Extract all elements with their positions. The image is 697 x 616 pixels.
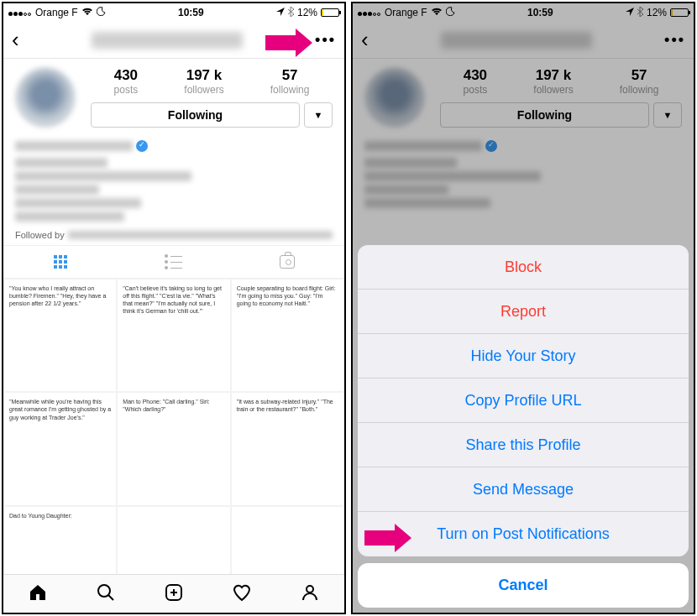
status-bar: Orange F 10:59 12% bbox=[353, 3, 694, 22]
battery-pct: 12% bbox=[647, 7, 667, 18]
post-cell[interactable]: "Can't believe it's taking so long to ge… bbox=[117, 279, 230, 392]
status-bar: Orange F 10:59 12% bbox=[3, 3, 344, 22]
following-button[interactable]: Following bbox=[440, 102, 649, 128]
home-icon bbox=[28, 582, 48, 603]
action-hide-story[interactable]: Hide Your Story bbox=[358, 334, 689, 378]
carrier-label: Orange F bbox=[35, 7, 78, 18]
battery-pct: 12% bbox=[297, 7, 317, 18]
action-block[interactable]: Block bbox=[358, 245, 689, 290]
profile-header: 430posts 197 kfollowers 57following Foll… bbox=[353, 59, 694, 131]
search-icon bbox=[96, 582, 116, 603]
action-copy-url[interactable]: Copy Profile URL bbox=[358, 378, 689, 423]
back-button[interactable]: ‹ bbox=[12, 27, 19, 53]
clock: 10:59 bbox=[527, 7, 553, 18]
location-icon bbox=[276, 7, 285, 18]
profile-tab[interactable] bbox=[300, 582, 320, 606]
dnd-icon bbox=[97, 7, 106, 18]
tagged-icon bbox=[280, 255, 295, 269]
list-icon bbox=[165, 254, 182, 269]
svg-point-0 bbox=[98, 585, 110, 597]
post-cell[interactable]: Couple separating to board flight: Girl:… bbox=[231, 279, 344, 392]
post-cell[interactable]: Man to Phone: "Call darling." Siri: "Whi… bbox=[117, 392, 230, 505]
avatar[interactable] bbox=[15, 67, 76, 128]
stat-posts[interactable]: 430posts bbox=[114, 67, 139, 96]
profile-bio bbox=[353, 131, 694, 215]
search-tab[interactable] bbox=[96, 582, 116, 606]
nav-title-username bbox=[441, 32, 592, 49]
post-cell[interactable]: "You know who I really attract on bumble… bbox=[3, 279, 117, 392]
screenshot-profile: Orange F 10:59 12% ‹ ••• bbox=[2, 2, 346, 614]
home-tab[interactable] bbox=[28, 582, 48, 606]
action-share-profile[interactable]: Share this Profile bbox=[358, 423, 689, 467]
location-icon bbox=[626, 7, 634, 18]
profile-bio bbox=[3, 131, 344, 228]
grid-icon bbox=[54, 255, 67, 269]
battery-icon bbox=[670, 8, 689, 17]
heart-icon bbox=[232, 582, 252, 603]
wifi-icon bbox=[431, 7, 443, 18]
activity-tab[interactable] bbox=[232, 582, 252, 606]
more-options-button[interactable]: ••• bbox=[315, 31, 336, 49]
stat-following[interactable]: 57following bbox=[620, 67, 659, 96]
post-cell[interactable]: "It was a subway-related injury." "The t… bbox=[231, 392, 344, 505]
tab-list[interactable] bbox=[117, 246, 230, 278]
action-send-message[interactable]: Send Message bbox=[358, 467, 689, 512]
post-grid: "You know who I really attract on bumble… bbox=[3, 279, 344, 614]
new-post-tab[interactable] bbox=[164, 582, 184, 606]
action-report[interactable]: Report bbox=[358, 290, 689, 334]
stat-followers[interactable]: 197 kfollowers bbox=[184, 67, 223, 96]
followed-by[interactable]: Followed by bbox=[3, 228, 344, 245]
person-icon bbox=[300, 582, 320, 603]
action-cancel[interactable]: Cancel bbox=[358, 563, 689, 608]
suggestions-dropdown[interactable]: ▼ bbox=[653, 102, 682, 128]
carrier-label: Orange F bbox=[385, 7, 427, 18]
stat-following[interactable]: 57following bbox=[270, 67, 310, 96]
callout-arrow-to-more bbox=[265, 29, 312, 57]
nav-title-username bbox=[92, 32, 243, 49]
battery-icon bbox=[321, 8, 339, 17]
verified-badge-icon bbox=[485, 140, 497, 152]
action-sheet: Block Report Hide Your Story Copy Profil… bbox=[358, 245, 689, 608]
bluetooth-icon bbox=[288, 7, 294, 19]
stat-followers[interactable]: 197 kfollowers bbox=[533, 67, 573, 96]
following-button[interactable]: Following bbox=[91, 102, 300, 128]
verified-badge-icon bbox=[136, 140, 148, 152]
suggestions-dropdown[interactable]: ▼ bbox=[304, 102, 333, 128]
profile-header: 430posts 197 kfollowers 57following Foll… bbox=[3, 59, 344, 131]
signal-dots-icon bbox=[8, 7, 32, 18]
avatar[interactable] bbox=[364, 67, 425, 128]
clock: 10:59 bbox=[178, 7, 204, 18]
wifi-icon bbox=[81, 7, 93, 18]
profile-tabs bbox=[3, 245, 344, 279]
tab-bar bbox=[3, 574, 344, 613]
more-options-button[interactable]: ••• bbox=[664, 31, 685, 49]
dnd-icon bbox=[446, 7, 455, 18]
screenshot-action-sheet: Orange F 10:59 12% ‹ ••• 430posts bbox=[351, 2, 695, 614]
tab-tagged[interactable] bbox=[231, 246, 344, 278]
signal-dots-icon bbox=[358, 7, 381, 18]
back-button[interactable]: ‹ bbox=[361, 27, 369, 53]
stat-posts[interactable]: 430posts bbox=[464, 67, 488, 96]
plus-square-icon bbox=[164, 582, 184, 603]
svg-line-1 bbox=[108, 595, 113, 600]
callout-arrow-to-notifications bbox=[364, 524, 411, 552]
tab-grid[interactable] bbox=[3, 246, 117, 278]
bluetooth-icon bbox=[637, 7, 643, 19]
nav-bar: ‹ ••• bbox=[353, 22, 694, 59]
post-cell[interactable]: "Meanwhile while you're having this grea… bbox=[3, 392, 117, 505]
svg-point-5 bbox=[307, 586, 313, 593]
